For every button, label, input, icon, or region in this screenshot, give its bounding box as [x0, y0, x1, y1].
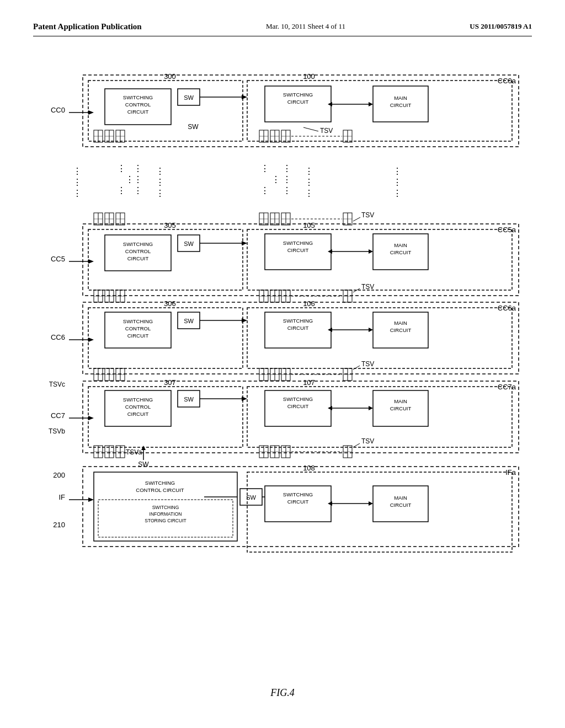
svg-text:⋮: ⋮	[305, 167, 313, 176]
svg-text:SWITCHING: SWITCHING	[283, 396, 313, 402]
svg-text:SWITCHING: SWITCHING	[145, 480, 175, 486]
circuit-diagram: CC0a 300 CC0 SWITCHING CONTROL CIRCUIT S…	[33, 47, 530, 682]
svg-text:⋮: ⋮	[393, 167, 402, 176]
cc0-label: CC0	[51, 106, 65, 114]
tsva-label: TSVa	[126, 448, 142, 456]
svg-text:CIRCUIT: CIRCUIT	[287, 325, 309, 331]
svg-text:CIRCUIT: CIRCUIT	[390, 102, 412, 108]
svg-text:MAIN: MAIN	[394, 398, 407, 404]
sw0-label: SW	[188, 123, 199, 131]
svg-text:SW: SW	[184, 94, 194, 101]
svg-text:SWITCHING: SWITCHING	[123, 241, 153, 247]
svg-marker-10	[242, 95, 247, 99]
sw-arrow-label: SW	[138, 461, 149, 468]
svg-text:⋮: ⋮	[282, 164, 291, 173]
svg-rect-11	[247, 81, 512, 141]
svg-text:⋮: ⋮	[117, 186, 126, 195]
svg-marker-109	[369, 249, 373, 254]
svg-line-90	[353, 217, 360, 221]
sheet-info: Mar. 10, 2011 Sheet 4 of 11	[266, 22, 345, 31]
svg-text:⋮: ⋮	[305, 178, 313, 187]
svg-text:CONTROL: CONTROL	[125, 248, 151, 254]
svg-marker-192	[242, 397, 247, 401]
svg-marker-3	[88, 110, 94, 115]
patent-number: US 2011/0057819 A1	[470, 22, 532, 31]
svg-text:CIRCUIT: CIRCUIT	[287, 403, 309, 409]
svg-text:MAIN: MAIN	[394, 95, 407, 101]
svg-text:⋮: ⋮	[282, 175, 291, 184]
page: Patent Application Publication Mar. 10, …	[0, 0, 565, 728]
svg-text:SWITCHING: SWITCHING	[283, 240, 313, 246]
svg-text:⋮: ⋮	[134, 164, 142, 173]
svg-text:CIRCUIT: CIRCUIT	[287, 499, 309, 505]
tsv5-top-label: TSV	[361, 211, 374, 219]
svg-line-203	[353, 443, 360, 447]
svg-text:⋮: ⋮	[156, 167, 164, 176]
svg-marker-153	[328, 328, 332, 332]
svg-marker-108	[328, 249, 332, 254]
diagram-container: CC0a 300 CC0 SWITCHING CONTROL CIRCUIT S…	[33, 47, 532, 699]
svg-text:⋮: ⋮	[134, 186, 142, 195]
svg-text:CIRCUIT: CIRCUIT	[127, 333, 149, 339]
svg-marker-139	[88, 338, 94, 342]
figure-caption: FIG.4	[33, 687, 532, 699]
svg-text:MAIN: MAIN	[394, 495, 407, 501]
svg-text:SWITCHING: SWITCHING	[283, 318, 313, 324]
svg-marker-16	[328, 102, 332, 106]
svg-text:⋮: ⋮	[271, 175, 280, 184]
svg-text:SWITCHING: SWITCHING	[283, 491, 313, 497]
svg-text:CIRCUIT: CIRCUIT	[127, 411, 149, 417]
svg-marker-94	[88, 259, 94, 264]
cc6-label: CC6	[51, 333, 65, 341]
svg-text:CONTROL CIRCUIT: CONTROL CIRCUIT	[136, 487, 184, 493]
svg-marker-230	[88, 497, 94, 502]
svg-rect-92	[88, 229, 243, 290]
svg-line-158	[353, 366, 360, 370]
svg-text:CIRCUIT: CIRCUIT	[390, 249, 412, 255]
svg-rect-181	[83, 381, 519, 453]
svg-marker-247	[328, 501, 332, 506]
svg-text:SW: SW	[184, 318, 194, 324]
svg-text:⋮: ⋮	[393, 189, 402, 198]
n306-label: 306	[164, 299, 176, 308]
svg-marker-214	[141, 446, 146, 450]
svg-text:⋮: ⋮	[134, 175, 142, 184]
svg-marker-147	[242, 318, 247, 323]
n106-label: 106	[303, 299, 315, 308]
n108-label: 108	[303, 464, 315, 472]
svg-line-21	[303, 127, 318, 131]
svg-marker-154	[369, 328, 373, 332]
svg-text:CONTROL: CONTROL	[125, 325, 151, 331]
svg-text:CIRCUIT: CIRCUIT	[287, 99, 309, 105]
svg-text:SW: SW	[184, 240, 194, 247]
sw-ctrl-0: SWITCHING	[123, 94, 153, 100]
svg-text:⋮: ⋮	[156, 189, 164, 198]
n210-label: 210	[53, 521, 65, 529]
n107-label: 107	[303, 378, 315, 387]
svg-text:⋮: ⋮	[260, 186, 269, 195]
svg-rect-241	[247, 472, 512, 552]
svg-marker-248	[369, 501, 373, 506]
svg-marker-199	[369, 406, 373, 410]
page-header: Patent Application Publication Mar. 10, …	[33, 22, 532, 36]
svg-marker-17	[369, 102, 373, 106]
svg-text:SWITCHING: SWITCHING	[152, 505, 179, 510]
svg-text:MAIN: MAIN	[394, 320, 407, 326]
svg-text:⋮: ⋮	[73, 189, 82, 198]
svg-marker-102	[242, 241, 247, 245]
svg-text:MAIN: MAIN	[394, 242, 407, 248]
svg-text:SWITCHING: SWITCHING	[123, 397, 153, 403]
svg-text:⋮: ⋮	[156, 178, 164, 187]
svg-text:⋮: ⋮	[73, 178, 82, 187]
svg-rect-182	[88, 387, 243, 447]
if-label: IF	[58, 493, 65, 501]
tsvb-label: TSVb	[49, 427, 65, 435]
svg-text:SW: SW	[246, 494, 256, 501]
n105-label: 105	[303, 221, 315, 229]
svg-text:CIRCUIT: CIRCUIT	[127, 109, 149, 115]
svg-text:SW: SW	[184, 396, 194, 403]
svg-text:STORING CIRCUIT: STORING CIRCUIT	[145, 518, 186, 523]
ifa-label: IFa	[505, 468, 516, 477]
tsv7-label: TSV	[361, 437, 374, 445]
svg-text:CONTROL: CONTROL	[125, 101, 151, 108]
